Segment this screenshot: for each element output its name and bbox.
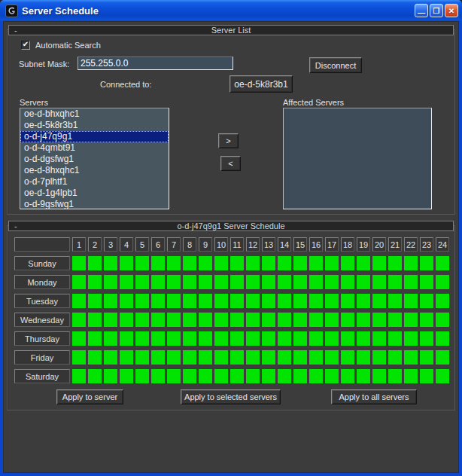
schedule-hour-cell[interactable]: [309, 294, 323, 308]
schedule-hour-cell[interactable]: [325, 256, 339, 270]
schedule-hour-cell[interactable]: [388, 331, 402, 346]
schedule-hour-cell[interactable]: [325, 331, 339, 346]
schedule-hour-cell[interactable]: [309, 369, 323, 383]
schedule-hour-cell[interactable]: [341, 350, 354, 365]
schedule-hour-cell[interactable]: [104, 313, 117, 327]
schedule-hour-cell[interactable]: [436, 313, 449, 327]
schedule-hour-cell[interactable]: [104, 369, 117, 383]
schedule-hour-cell[interactable]: [325, 313, 339, 327]
schedule-hour-cell[interactable]: [341, 313, 354, 327]
schedule-hour-cell[interactable]: [199, 331, 212, 346]
schedule-hour-cell[interactable]: [230, 294, 244, 308]
schedule-hour-cell[interactable]: [120, 313, 133, 327]
server-list-item[interactable]: o-d-9gsfwg1: [20, 199, 169, 209]
hour-header-cell[interactable]: 21: [388, 237, 402, 252]
schedule-hour-cell[interactable]: [120, 369, 133, 383]
schedule-hour-cell[interactable]: [246, 313, 260, 327]
hour-header-cell[interactable]: 8: [183, 237, 196, 252]
schedule-hour-cell[interactable]: [135, 369, 149, 383]
schedule-hour-cell[interactable]: [214, 331, 228, 346]
schedule-hour-cell[interactable]: [293, 275, 307, 289]
schedule-hour-cell[interactable]: [135, 331, 149, 346]
schedule-hour-cell[interactable]: [404, 275, 418, 289]
schedule-hour-cell[interactable]: [404, 256, 418, 270]
schedule-hour-cell[interactable]: [388, 275, 402, 289]
schedule-hour-cell[interactable]: [88, 256, 102, 270]
schedule-hour-cell[interactable]: [262, 275, 275, 289]
hour-header-cell[interactable]: 23: [420, 237, 433, 252]
schedule-hour-cell[interactable]: [199, 294, 212, 308]
schedule-hour-cell[interactable]: [341, 369, 354, 383]
hour-header-cell[interactable]: 12: [246, 237, 260, 252]
schedule-hour-cell[interactable]: [436, 275, 449, 289]
schedule-hour-cell[interactable]: [214, 256, 228, 270]
hour-header-cell[interactable]: 24: [436, 237, 449, 252]
schedule-hour-cell[interactable]: [230, 313, 244, 327]
schedule-hour-cell[interactable]: [199, 275, 212, 289]
schedule-hour-cell[interactable]: [246, 350, 260, 365]
schedule-hour-cell[interactable]: [325, 275, 339, 289]
schedule-hour-cell[interactable]: [151, 331, 165, 346]
schedule-hour-cell[interactable]: [151, 275, 165, 289]
server-list-item[interactable]: oe-d-8hxqhc1: [20, 165, 169, 176]
hour-header-cell[interactable]: 9: [199, 237, 212, 252]
hour-header-cell[interactable]: 13: [262, 237, 275, 252]
schedule-hour-cell[interactable]: [135, 313, 149, 327]
schedule-hour-cell[interactable]: [372, 256, 386, 270]
schedule-hour-cell[interactable]: [325, 350, 339, 365]
schedule-hour-cell[interactable]: [151, 369, 165, 383]
titlebar[interactable]: Server Schedule — ❒ ✕: [0, 0, 462, 21]
server-list-rollup-header[interactable]: - Server List: [8, 25, 454, 35]
hour-header-cell[interactable]: 7: [167, 237, 181, 252]
remove-server-button[interactable]: <: [220, 156, 241, 171]
schedule-hour-cell[interactable]: [404, 369, 418, 383]
schedule-hour-cell[interactable]: [199, 350, 212, 365]
schedule-hour-cell[interactable]: [372, 294, 386, 308]
collapse-toggle-icon[interactable]: -: [14, 26, 17, 35]
schedule-hour-cell[interactable]: [278, 275, 291, 289]
schedule-hour-cell[interactable]: [293, 294, 307, 308]
maximize-button[interactable]: ❒: [430, 4, 443, 17]
add-server-button[interactable]: >: [218, 133, 239, 148]
schedule-hour-cell[interactable]: [404, 294, 418, 308]
schedule-hour-cell[interactable]: [135, 294, 149, 308]
schedule-hour-cell[interactable]: [120, 256, 133, 270]
schedule-hour-cell[interactable]: [309, 350, 323, 365]
schedule-hour-cell[interactable]: [214, 275, 228, 289]
schedule-hour-cell[interactable]: [436, 331, 449, 346]
schedule-hour-cell[interactable]: [357, 275, 370, 289]
schedule-hour-cell[interactable]: [262, 294, 275, 308]
day-label-button[interactable]: Saturday: [14, 369, 70, 383]
schedule-hour-cell[interactable]: [88, 369, 102, 383]
schedule-hour-cell[interactable]: [309, 256, 323, 270]
apply-to-server-button[interactable]: Apply to server: [56, 389, 123, 404]
schedule-hour-cell[interactable]: [262, 331, 275, 346]
schedule-rollup-header[interactable]: - o-d-j47q9g1 Server Schedule: [8, 221, 454, 231]
schedule-hour-cell[interactable]: [262, 350, 275, 365]
schedule-hour-cell[interactable]: [309, 331, 323, 346]
schedule-hour-cell[interactable]: [420, 256, 433, 270]
schedule-hour-cell[interactable]: [72, 350, 86, 365]
schedule-hour-cell[interactable]: [436, 369, 449, 383]
schedule-hour-cell[interactable]: [357, 369, 370, 383]
schedule-hour-cell[interactable]: [246, 294, 260, 308]
schedule-hour-cell[interactable]: [246, 369, 260, 383]
hour-header-cell[interactable]: 2: [88, 237, 102, 252]
schedule-hour-cell[interactable]: [151, 313, 165, 327]
schedule-hour-cell[interactable]: [357, 294, 370, 308]
schedule-hour-cell[interactable]: [388, 313, 402, 327]
schedule-hour-cell[interactable]: [199, 256, 212, 270]
schedule-hour-cell[interactable]: [420, 369, 433, 383]
hour-header-cell[interactable]: 11: [230, 237, 244, 252]
schedule-hour-cell[interactable]: [436, 294, 449, 308]
schedule-hour-cell[interactable]: [293, 313, 307, 327]
schedule-hour-cell[interactable]: [104, 275, 117, 289]
schedule-hour-cell[interactable]: [120, 294, 133, 308]
schedule-hour-cell[interactable]: [325, 294, 339, 308]
schedule-hour-cell[interactable]: [341, 294, 354, 308]
schedule-hour-cell[interactable]: [72, 275, 86, 289]
day-label-button[interactable]: Thursday: [14, 331, 70, 346]
day-label-button[interactable]: Sunday: [14, 256, 70, 270]
schedule-hour-cell[interactable]: [293, 331, 307, 346]
schedule-hour-cell[interactable]: [372, 313, 386, 327]
